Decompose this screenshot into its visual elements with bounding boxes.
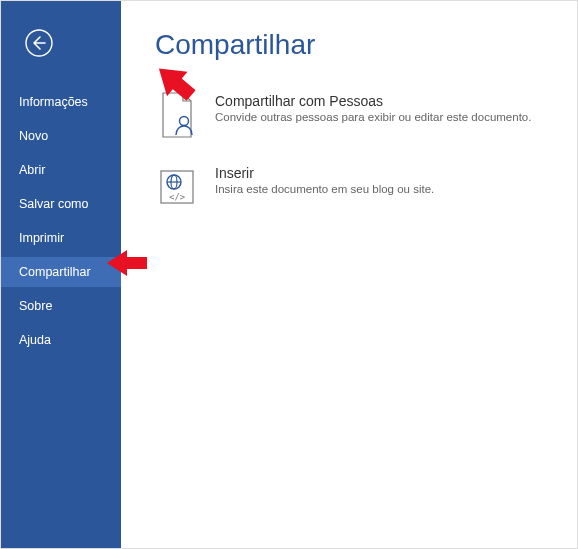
option-desc: Convide outras pessoas para exibir ou ed…: [215, 111, 543, 123]
back-arrow-icon: [25, 29, 53, 57]
nav-label: Compartilhar: [19, 265, 91, 279]
option-title: Inserir: [215, 165, 543, 181]
option-text: Compartilhar com Pessoas Convide outras …: [215, 93, 543, 123]
nav-label: Abrir: [19, 163, 45, 177]
nav-item-novo[interactable]: Novo: [1, 121, 121, 151]
nav-item-abrir[interactable]: Abrir: [1, 155, 121, 185]
backstage-sidebar: Informações Novo Abrir Salvar como Impri…: [1, 1, 121, 548]
nav-label: Imprimir: [19, 231, 64, 245]
nav-item-salvar-como[interactable]: Salvar como: [1, 189, 121, 219]
svg-point-1: [180, 117, 189, 126]
nav-item-imprimir[interactable]: Imprimir: [1, 223, 121, 253]
nav-label: Salvar como: [19, 197, 88, 211]
option-text: Inserir Insira este documento em seu blo…: [215, 165, 543, 195]
option-desc: Insira este documento em seu blog ou sit…: [215, 183, 543, 195]
nav-label: Informações: [19, 95, 88, 109]
share-people-icon: [155, 93, 199, 137]
nav-label: Ajuda: [19, 333, 51, 347]
option-embed[interactable]: </> Inserir Insira este documento em seu…: [155, 165, 543, 209]
nav-item-sobre[interactable]: Sobre: [1, 291, 121, 321]
nav-item-ajuda[interactable]: Ajuda: [1, 325, 121, 355]
main-panel: Compartilhar Compartilhar com Pessoas Co…: [121, 1, 577, 548]
back-button[interactable]: [1, 29, 121, 87]
option-title: Compartilhar com Pessoas: [215, 93, 543, 109]
nav-list: Informações Novo Abrir Salvar como Impri…: [1, 87, 121, 359]
nav-item-informacoes[interactable]: Informações: [1, 87, 121, 117]
nav-label: Sobre: [19, 299, 52, 313]
embed-icon: </>: [155, 165, 199, 209]
page-title: Compartilhar: [155, 29, 543, 61]
nav-item-compartilhar[interactable]: Compartilhar: [1, 257, 121, 287]
nav-label: Novo: [19, 129, 48, 143]
option-share-with-people[interactable]: Compartilhar com Pessoas Convide outras …: [155, 93, 543, 137]
svg-text:</>: </>: [169, 192, 186, 202]
